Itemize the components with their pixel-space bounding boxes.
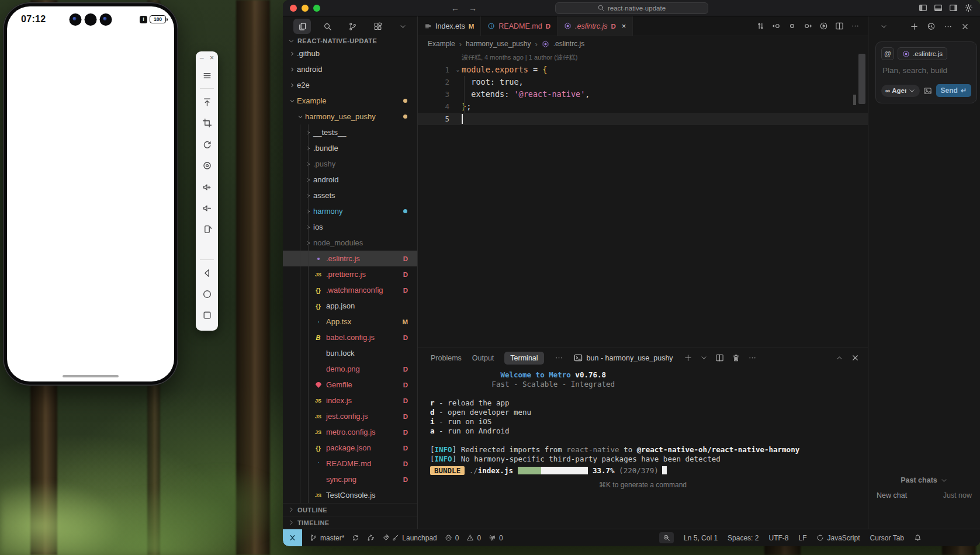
- tree-item-android[interactable]: android: [283, 172, 417, 188]
- send-button[interactable]: Send↵: [936, 84, 971, 97]
- terminal-dropdown-icon[interactable]: [700, 354, 708, 362]
- section-timeline[interactable]: TIMELINE: [283, 516, 417, 529]
- toolbar-close-button[interactable]: ×: [210, 54, 214, 61]
- breadcrumb-item[interactable]: Example: [428, 40, 455, 48]
- chat-placeholder[interactable]: Plan, search, build: [882, 66, 970, 75]
- add-context-button[interactable]: @: [881, 47, 894, 60]
- editor-scrollbar[interactable]: [858, 54, 865, 104]
- mode-selector[interactable]: ∞ Agent: [881, 85, 920, 97]
- rotate-device-icon[interactable]: [198, 221, 216, 238]
- breadcrumb-file[interactable]: .eslintrc.js: [553, 40, 584, 48]
- tree-item-.github[interactable]: .github: [283, 46, 417, 61]
- split-terminal-icon[interactable]: [715, 353, 724, 362]
- next-change-icon[interactable]: [804, 22, 812, 30]
- tree-item-assets[interactable]: assets: [283, 188, 417, 203]
- code-editor[interactable]: 波仔糕, 4 months ago | 1 author (波仔糕) 1⌄mod…: [418, 51, 868, 348]
- restart-icon[interactable]: [198, 136, 216, 153]
- chat-chevron-down-icon[interactable]: [880, 23, 888, 30]
- status-item-launchpad[interactable]: Launchpad: [382, 534, 437, 542]
- tree-item-babel.config.js[interactable]: Bbabel.config.jsD: [283, 329, 417, 345]
- tree-item-Gemfile[interactable]: GemfileD: [283, 377, 417, 393]
- tree-item-bun.lock[interactable]: bun.lock: [283, 345, 417, 361]
- tree-item-TestConsole.js[interactable]: JSTestConsole.js: [283, 487, 417, 503]
- close-tab-icon[interactable]: ×: [622, 22, 626, 30]
- status-item-0[interactable]: 0: [466, 534, 481, 542]
- scroll-top-icon[interactable]: [198, 93, 216, 111]
- context-chip[interactable]: .eslintrc.js: [898, 47, 947, 60]
- phone-screen[interactable]: 07:12 ! 100: [7, 6, 174, 381]
- status-item-0[interactable]: 0: [445, 534, 459, 542]
- volume-up-icon[interactable]: [198, 178, 216, 196]
- breadcrumb-item[interactable]: harmony_use_pushy: [466, 40, 531, 48]
- tree-item-android[interactable]: android: [283, 61, 417, 77]
- nav-back-icon[interactable]: ←: [451, 4, 459, 13]
- toggle-panel-icon[interactable]: [934, 4, 943, 12]
- maximize-panel-icon[interactable]: [836, 354, 843, 362]
- new-chat-icon[interactable]: [910, 22, 919, 31]
- nav-forward-icon[interactable]: →: [469, 4, 477, 13]
- chat-history-icon[interactable]: [927, 22, 936, 31]
- gear-icon[interactable]: [964, 4, 973, 12]
- new-terminal-icon[interactable]: [684, 353, 692, 362]
- status-item-cursor-tab[interactable]: Cursor Tab: [870, 534, 904, 542]
- prev-change-icon[interactable]: [772, 22, 781, 30]
- tree-item-e2e[interactable]: e2e: [283, 77, 417, 93]
- status-item-sync[interactable]: [352, 534, 359, 542]
- close-chat-icon[interactable]: [961, 22, 969, 31]
- status-item-bell[interactable]: [914, 534, 922, 542]
- current-change-icon[interactable]: [788, 22, 797, 30]
- section-outline[interactable]: OUTLINE: [283, 503, 417, 516]
- toolbar-minimize-button[interactable]: –: [200, 54, 204, 61]
- close-window-button[interactable]: [290, 5, 297, 12]
- zoom-window-button[interactable]: [313, 5, 320, 12]
- status-item-0[interactable]: 0: [489, 534, 503, 542]
- tree-item-ios[interactable]: ios: [283, 219, 417, 235]
- tab-problems[interactable]: Problems: [431, 354, 462, 362]
- tree-item-Example[interactable]: Example: [283, 93, 417, 109]
- more-actions-icon[interactable]: [851, 22, 860, 30]
- status-item-lf[interactable]: LF: [798, 534, 806, 542]
- explorer-root-header[interactable]: REACT-NATIVE-UPDATE: [283, 36, 417, 46]
- tree-item-.watchmanconfig[interactable]: {}.watchmanconfigD: [283, 282, 417, 298]
- status-item-master-[interactable]: master*: [310, 534, 344, 542]
- phone-home-indicator[interactable]: [63, 375, 119, 378]
- tree-item-jest.config.js[interactable]: JSjest.config.jsD: [283, 408, 417, 424]
- status-item-spaces-2[interactable]: Spaces: 2: [728, 534, 759, 542]
- close-panel-icon[interactable]: [851, 353, 860, 362]
- back-icon[interactable]: [198, 264, 216, 282]
- status-item-graph[interactable]: [367, 534, 375, 542]
- editor-tab-README.md[interactable]: README.mdD: [481, 16, 557, 36]
- search-view-icon[interactable]: [318, 19, 336, 34]
- tree-item-App.tsx[interactable]: App.tsxM: [283, 314, 417, 329]
- tree-item-demo.png[interactable]: demo.pngD: [283, 361, 417, 377]
- tree-item-__tests__[interactable]: __tests__: [283, 124, 417, 140]
- chat-more-icon[interactable]: [944, 22, 953, 31]
- tree-item-sync.png[interactable]: sync.pngD: [283, 471, 417, 487]
- status-item-utf-8[interactable]: UTF-8: [768, 534, 788, 542]
- tab-terminal[interactable]: Terminal: [504, 352, 543, 365]
- tree-item-.eslintrc.js[interactable]: .eslintrc.jsD: [283, 251, 417, 266]
- tree-item-index.js[interactable]: JSindex.jsD: [283, 393, 417, 408]
- terminal-output[interactable]: Welcome to Metro v0.76.8 Fast - Scalable…: [418, 367, 868, 476]
- run-icon[interactable]: [819, 22, 828, 30]
- screenshot-icon[interactable]: [198, 157, 216, 175]
- remote-indicator[interactable]: [283, 529, 302, 546]
- terminal-tab[interactable]: bun - harmony_use_pushy: [574, 353, 673, 362]
- source-control-compare-icon[interactable]: [756, 22, 765, 30]
- volume-down-icon[interactable]: [198, 199, 216, 217]
- menu-icon[interactable]: [198, 67, 216, 84]
- toggle-primary-sidebar-icon[interactable]: [919, 4, 927, 12]
- status-item-ln-5-col-1[interactable]: Ln 5, Col 1: [684, 534, 718, 542]
- status-item-javascript[interactable]: JavaScript: [816, 534, 860, 542]
- tree-item-harmony[interactable]: harmony: [283, 203, 417, 219]
- terminal-more-icon[interactable]: [748, 353, 757, 362]
- split-editor-icon[interactable]: [835, 22, 844, 30]
- recents-icon[interactable]: [198, 307, 216, 324]
- views-chevron-down-icon[interactable]: [394, 19, 411, 34]
- panel-more-icon[interactable]: [555, 353, 563, 362]
- source-control-view-icon[interactable]: [344, 19, 361, 34]
- attach-image-icon[interactable]: [923, 86, 932, 95]
- new-chat-entry[interactable]: New chat: [877, 491, 907, 500]
- extensions-view-icon[interactable]: [369, 19, 386, 34]
- toggle-secondary-sidebar-icon[interactable]: [949, 4, 958, 12]
